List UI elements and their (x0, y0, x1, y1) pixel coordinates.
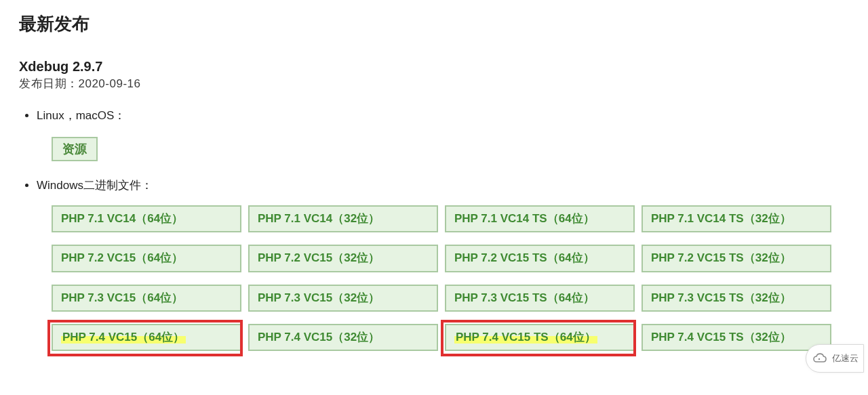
source-button[interactable]: 资源 (52, 137, 98, 161)
section-windows: Windows二进制文件： PHP 7.1 VC14（64位）PHP 7.1 V… (37, 176, 849, 351)
download-cell: PHP 7.4 VC15（32位） (248, 324, 438, 351)
download-cell: PHP 7.3 VC15 TS（64位） (445, 285, 635, 312)
download-cell: PHP 7.4 VC15 TS（64位） (445, 324, 635, 351)
download-button[interactable]: PHP 7.3 VC15（32位） (248, 285, 438, 312)
download-button[interactable]: PHP 7.2 VC15（32位） (248, 245, 438, 272)
download-cell: PHP 7.3 VC15 TS（32位） (642, 285, 831, 312)
download-button[interactable]: PHP 7.4 VC15（64位） (52, 324, 241, 351)
download-button[interactable]: PHP 7.4 VC15 TS（64位） (445, 324, 635, 351)
download-button[interactable]: PHP 7.4 VC15（32位） (248, 324, 438, 351)
download-cell: PHP 7.3 VC15（32位） (248, 285, 438, 312)
section-label: Linux，macOS： (37, 109, 125, 122)
download-cell: PHP 7.1 VC14 TS（32位） (642, 205, 831, 232)
download-cell: PHP 7.1 VC14（64位） (52, 205, 241, 232)
download-button[interactable]: PHP 7.2 VC15 TS（64位） (445, 245, 635, 272)
download-button[interactable]: PHP 7.1 VC14（64位） (52, 205, 241, 232)
download-label-highlighted: PHP 7.4 VC15（64位） (61, 331, 186, 344)
svg-point-0 (818, 358, 820, 360)
download-button[interactable]: PHP 7.1 VC14 TS（64位） (445, 205, 635, 232)
download-button[interactable]: PHP 7.4 VC15 TS（32位） (642, 324, 831, 351)
download-cell: PHP 7.3 VC15（64位） (52, 285, 241, 312)
download-cell: PHP 7.1 VC14（32位） (248, 205, 438, 232)
download-cell: PHP 7.4 VC15 TS（32位） (642, 324, 831, 351)
download-cell: PHP 7.2 VC15（32位） (248, 245, 438, 272)
page-title: 最新发布 (19, 12, 849, 36)
watermark-badge: 亿速云 (806, 344, 864, 373)
download-button[interactable]: PHP 7.2 VC15（64位） (52, 245, 241, 272)
download-button[interactable]: PHP 7.3 VC15（64位） (52, 285, 241, 312)
section-linux-macos: Linux，macOS： 资源 (37, 106, 849, 161)
download-cell: PHP 7.2 VC15 TS（64位） (445, 245, 635, 272)
download-cell: PHP 7.2 VC15 TS（32位） (642, 245, 831, 272)
release-date: 发布日期：2020-09-16 (19, 76, 849, 91)
download-label-highlighted: PHP 7.4 VC15 TS（64位） (454, 331, 597, 344)
download-cell: PHP 7.4 VC15（64位） (52, 324, 241, 351)
download-button[interactable]: PHP 7.3 VC15 TS（32位） (642, 285, 831, 312)
download-button[interactable]: PHP 7.2 VC15 TS（32位） (642, 245, 831, 272)
download-button[interactable]: PHP 7.1 VC14 TS（32位） (642, 205, 831, 232)
download-button[interactable]: PHP 7.3 VC15 TS（64位） (445, 285, 635, 312)
download-cell: PHP 7.1 VC14 TS（64位） (445, 205, 635, 232)
cloud-icon (812, 350, 828, 367)
download-button[interactable]: PHP 7.1 VC14（32位） (248, 205, 438, 232)
watermark-text: 亿速云 (832, 352, 859, 365)
download-grid: PHP 7.1 VC14（64位）PHP 7.1 VC14（32位）PHP 7.… (52, 205, 849, 352)
download-cell: PHP 7.2 VC15（64位） (52, 245, 241, 272)
product-version: Xdebug 2.9.7 (19, 59, 849, 75)
section-label: Windows二进制文件： (37, 179, 153, 192)
